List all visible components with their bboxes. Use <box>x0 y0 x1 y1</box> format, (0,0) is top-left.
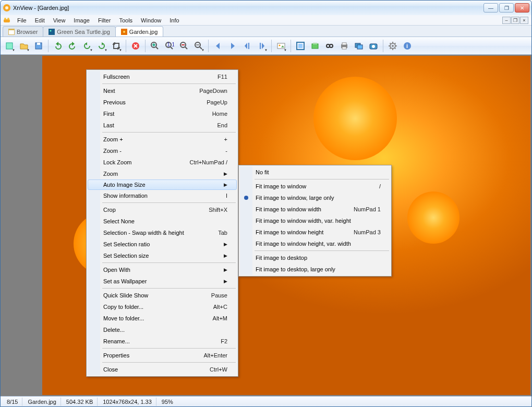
menu-info[interactable]: Info <box>165 16 183 25</box>
tab-garden-label: Garden.jpg <box>129 29 158 35</box>
ctx-item-first[interactable]: FirstHome <box>88 108 237 119</box>
ctx-sub-item-fit-image-to-window-large-only[interactable]: Fit image to window, large only <box>240 192 390 204</box>
submenu-arrow-icon: ▶ <box>224 279 227 284</box>
ctx-item-rename[interactable]: Rename...F2 <box>88 336 237 347</box>
zoom-out-button[interactable] <box>177 39 191 53</box>
menu-file[interactable]: File <box>13 16 31 25</box>
menu-item-label: Fit image to window width <box>256 206 341 212</box>
next-button[interactable] <box>226 39 239 53</box>
ctx-item-next[interactable]: NextPageDown <box>88 85 237 97</box>
ctx-item-set-selection-size[interactable]: Set Selection size▶ <box>88 250 237 261</box>
menu-filter[interactable]: Filter <box>94 16 115 25</box>
status-index: 8/15 <box>3 398 22 406</box>
ctx-sub-item-fit-image-to-window-height-var-width[interactable]: Fit image to window height, var. width <box>240 238 390 249</box>
tab-garden[interactable]: Garden.jpg <box>115 26 163 37</box>
ctx-item-zoom[interactable]: Zoom ++ <box>88 134 237 145</box>
menu-window[interactable]: Window <box>137 16 165 25</box>
zoom-fit-button[interactable]: ▼ <box>192 39 205 53</box>
dropdown-arrow-icon: ▼ <box>27 49 30 52</box>
find-button[interactable] <box>323 39 336 53</box>
ctx-item-open-with[interactable]: Open With▶ <box>88 264 237 276</box>
zoom-in-button[interactable] <box>148 39 162 53</box>
ctx-item-delete[interactable]: Delete... <box>88 324 237 336</box>
svg-point-24 <box>279 44 281 46</box>
ctx-item-lock-zoom[interactable]: Lock ZoomCtrl+NumPad / <box>88 157 237 168</box>
ctx-item-crop[interactable]: CropShift+X <box>88 204 237 216</box>
ctx-sub-item-fit-image-to-desktop-large-only[interactable]: Fit image to desktop, large only <box>240 264 390 275</box>
menu-item-label: Auto Image Size <box>103 182 211 188</box>
close-button[interactable]: ✕ <box>515 3 529 13</box>
wizard-button[interactable]: ▼ <box>3 39 16 53</box>
ctx-item-zoom[interactable]: Zoom -- <box>88 145 237 157</box>
menu-image[interactable]: Image <box>69 16 94 25</box>
mdi-restore[interactable]: ❐ <box>511 17 519 24</box>
mdi-close[interactable]: × <box>520 17 528 24</box>
ctx-sub-item-fit-image-to-window[interactable]: Fit image to window/ <box>240 181 390 192</box>
settings-icon <box>388 41 397 51</box>
ctx-item-auto-image-size[interactable]: Auto Image Size▶ <box>88 179 237 190</box>
ctx-sub-item-fit-image-to-window-width-var-height[interactable]: Fit image to window width, var. height <box>240 215 390 226</box>
prev-button[interactable] <box>211 39 225 53</box>
ctx-item-previous[interactable]: PreviousPageUp <box>88 97 237 108</box>
undo-button[interactable] <box>51 39 65 53</box>
page-prev-icon <box>243 41 252 51</box>
about-button[interactable]: i <box>401 39 414 53</box>
ctx-sub-item-fit-image-to-window-height[interactable]: Fit image to window heightNumPad 3 <box>240 226 390 238</box>
submenu-arrow-icon: ▶ <box>224 242 227 247</box>
slideshow-button[interactable]: ▼ <box>274 39 288 53</box>
ctx-item-selection-swap-width-height[interactable]: Selection - Swap width & heightTab <box>88 227 237 238</box>
ctx-item-last[interactable]: LastEnd <box>88 119 237 131</box>
ctx-item-zoom[interactable]: Zoom▶ <box>88 168 237 179</box>
ctx-item-quick-slide-show[interactable]: Quick Slide ShowPause <box>88 290 237 301</box>
ctx-item-select-none[interactable]: Select None <box>88 216 237 227</box>
acquire-button[interactable] <box>308 39 322 53</box>
rotate-cw-button[interactable]: ▼ <box>95 39 108 53</box>
status-dimensions: 1024x768x24, 1.33 <box>99 398 156 406</box>
redo-button[interactable] <box>66 39 79 53</box>
ctx-sub-item-fit-image-to-desktop[interactable]: Fit image to desktop <box>240 252 390 264</box>
ctx-item-fullscreen[interactable]: FullscreenF11 <box>88 71 237 82</box>
delete-button[interactable] <box>129 39 142 53</box>
page-next-button[interactable]: ▼ <box>255 39 269 53</box>
minimize-button[interactable]: — <box>483 3 498 13</box>
print-button[interactable] <box>337 39 351 53</box>
fullscreen-button[interactable] <box>294 39 307 53</box>
svg-point-1 <box>5 6 8 9</box>
menu-item-shortcut: / <box>379 183 381 189</box>
page-prev-button[interactable] <box>240 39 254 53</box>
batch-button[interactable] <box>352 39 366 53</box>
image-icon <box>121 29 127 35</box>
menu-edit[interactable]: Edit <box>31 16 49 25</box>
image-icon <box>49 29 55 35</box>
zoom-1to1-button[interactable]: 1:1 <box>163 39 176 53</box>
redo-icon <box>68 41 77 51</box>
ctx-sub-item-no-fit[interactable]: No fit <box>240 166 390 178</box>
tab-turtle[interactable]: Green Sea Turtle.jpg <box>43 26 116 37</box>
menu-item-shortcut: + <box>224 136 227 142</box>
mdi-minimize[interactable]: – <box>502 17 511 24</box>
crop-button[interactable]: ▼ <box>110 39 123 53</box>
ctx-item-move-to-folder[interactable]: Move to folder...Alt+M <box>88 313 237 324</box>
save-button[interactable] <box>32 39 45 53</box>
menu-item-shortcut: End <box>217 122 227 128</box>
svg-rect-23 <box>277 43 285 49</box>
camera-button[interactable] <box>367 39 380 53</box>
ctx-item-set-as-wallpaper[interactable]: Set as Wallpaper▶ <box>88 276 237 287</box>
ctx-sub-item-fit-image-to-window-width[interactable]: Fit image to window widthNumPad 1 <box>240 204 390 215</box>
radio-bullet-icon <box>244 196 248 200</box>
menu-tools[interactable]: Tools <box>115 16 137 25</box>
menu-view[interactable]: View <box>49 16 70 25</box>
ctx-item-set-selection-ratio[interactable]: Set Selection ratio▶ <box>88 238 237 250</box>
dropdown-arrow-icon: ▼ <box>90 49 93 52</box>
ctx-item-show-information[interactable]: Show informationI <box>88 190 237 201</box>
settings-button[interactable] <box>386 39 400 53</box>
acquire-icon <box>310 41 320 51</box>
tab-browser[interactable]: Browser <box>3 26 43 37</box>
ctx-item-close[interactable]: CloseCtrl+W <box>88 364 237 375</box>
maximize-button[interactable]: ❐ <box>499 3 514 13</box>
ctx-item-copy-to-folder[interactable]: Copy to folder...Alt+C <box>88 301 237 313</box>
open-button[interactable]: ▼ <box>17 39 31 53</box>
svg-point-30 <box>330 44 333 47</box>
rotate-ccw-button[interactable]: ▼ <box>80 39 94 53</box>
ctx-item-properties[interactable]: PropertiesAlt+Enter <box>88 350 237 361</box>
